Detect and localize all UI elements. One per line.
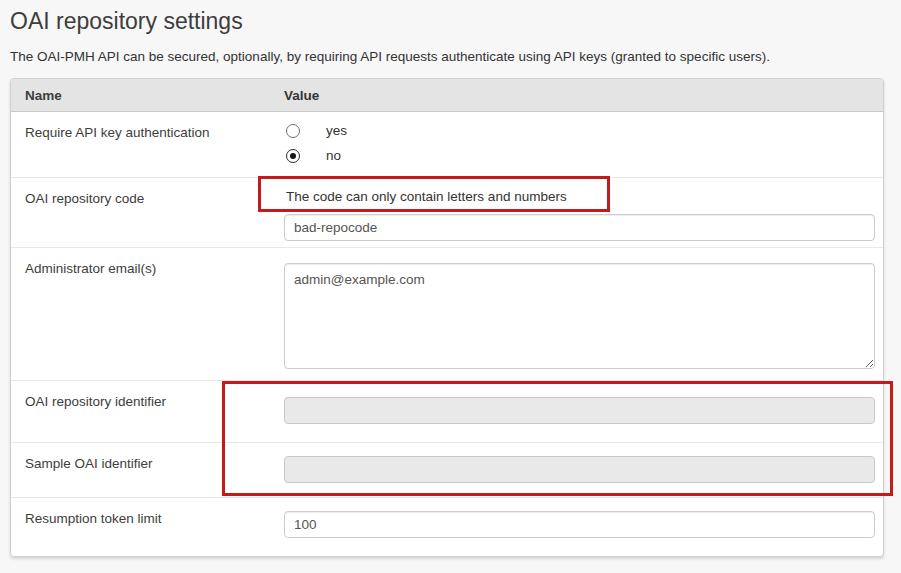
page-title: OAI repository settings [10,8,901,35]
row-oai-repository-identifier: OAI repository identifier [11,380,883,442]
radio-option-no[interactable]: no [284,143,875,168]
row-administrator-emails: Administrator email(s) admin@example.com [11,247,883,380]
setting-label: Require API key authentication [11,112,284,177]
settings-table: Name Value Require API key authenticatio… [10,78,884,557]
row-sample-oai-identifier: Sample OAI identifier [11,442,883,497]
table-header-row: Name Value [11,79,883,112]
radio-label-yes[interactable]: yes [326,123,347,138]
setting-label: Administrator email(s) [11,248,284,380]
row-require-api-key-authentication: Require API key authentication yes no [11,112,883,177]
resumption-token-limit-input[interactable] [284,511,875,538]
validation-error-message: The code can only contain letters and nu… [286,189,875,205]
radio-option-yes[interactable]: yes [284,118,875,143]
sample-oai-identifier-input [284,456,875,483]
row-resumption-token-limit: Resumption token limit [11,497,883,556]
row-oai-repository-code: OAI repository code The code can only co… [11,177,883,247]
administrator-emails-textarea[interactable]: admin@example.com [284,263,875,369]
setting-label: OAI repository code [11,178,284,247]
setting-label: OAI repository identifier [11,381,284,442]
oai-repository-code-input[interactable] [284,214,875,241]
setting-label: Sample OAI identifier [11,443,284,497]
radio-no[interactable] [286,149,300,163]
oai-repository-identifier-input [284,397,875,424]
column-header-name: Name [11,88,284,103]
radio-label-no[interactable]: no [326,148,341,163]
setting-label: Resumption token limit [11,498,284,556]
radio-yes[interactable] [286,124,300,138]
page-description: The OAI-PMH API can be secured, optional… [10,49,901,64]
column-header-value: Value [284,88,883,103]
